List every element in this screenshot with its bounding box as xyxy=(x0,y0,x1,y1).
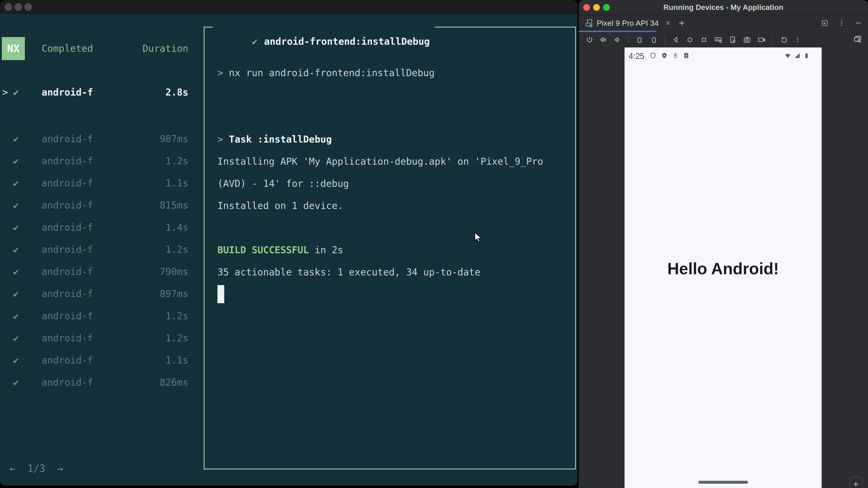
zoom-in-button[interactable]: + xyxy=(853,480,859,488)
task-name: android-f xyxy=(41,222,93,233)
vpn-shield-icon xyxy=(649,52,657,59)
device-view-area: 4:25 A Hello Android! + − 1:1 xyxy=(579,47,868,488)
overview-icon[interactable] xyxy=(700,36,708,44)
check-icon: ✔ xyxy=(13,156,19,166)
task-name: android-f xyxy=(41,156,93,166)
studio-titlebar: Running Devices - My Application xyxy=(579,0,868,15)
status-time: 4:25 xyxy=(629,52,645,61)
task-duration: 790ms xyxy=(160,266,188,277)
zoom-controls-panel: + − 1:1 xyxy=(849,477,862,488)
screenshot-icon[interactable] xyxy=(743,35,751,44)
home-icon[interactable] xyxy=(686,36,694,44)
task-row[interactable]: ✔ android-f 1.2s xyxy=(0,328,194,351)
task-duration: 826ms xyxy=(160,377,188,388)
check-icon: ✔ xyxy=(13,332,19,344)
device-settings-icon[interactable] xyxy=(728,35,737,44)
screen-search-icon[interactable] xyxy=(853,35,862,44)
toolbar-divider xyxy=(773,35,773,44)
output-line: Installing APK 'My Application-debug.apk… xyxy=(217,151,563,173)
more-vertical-icon[interactable] xyxy=(838,19,845,27)
task-row[interactable]: ✔ android-f 1.2s xyxy=(0,306,194,328)
task-row[interactable]: ✔ android-f 897ms xyxy=(0,284,194,306)
screen-record-icon[interactable] xyxy=(757,35,766,44)
task-row[interactable]: ✔ android-f 790ms xyxy=(0,262,194,284)
keyboard-icon[interactable] xyxy=(714,35,722,44)
task-duration: 897ms xyxy=(160,288,188,299)
command-line: > nx run android-frontend:installDebug xyxy=(217,62,563,84)
task-heading-line: > Task :installDebug xyxy=(217,128,563,151)
task-row[interactable]: ✔ android-f 1.2s xyxy=(0,151,194,173)
navigation-handle[interactable] xyxy=(698,481,748,484)
minimize-icon[interactable] xyxy=(855,19,862,27)
output-line: (AVD) - 14' for ::debug xyxy=(217,173,563,195)
task-name: android-f xyxy=(41,133,93,144)
check-icon: ✔ xyxy=(13,87,19,98)
phone-mirror-icon xyxy=(585,19,594,28)
task-duration: 1.2s xyxy=(165,311,188,322)
power-icon[interactable] xyxy=(585,36,594,44)
prev-page-arrow[interactable]: ← xyxy=(9,463,16,474)
task-duration: 1.2s xyxy=(165,244,188,255)
summary-line: 35 actionable tasks: 1 executed, 34 up-t… xyxy=(217,261,563,283)
duration-column-header: Duration xyxy=(143,43,188,54)
mouse-cursor xyxy=(473,231,484,244)
build-status-line: BUILD SUCCESSFUL in 2s xyxy=(217,239,563,261)
volume-up-icon[interactable] xyxy=(599,36,608,44)
check-icon: ✔ xyxy=(13,133,19,144)
tab-pixel-9-pro[interactable]: Pixel 9 Pro API 34 ✕ + xyxy=(579,15,685,31)
tab-label: Pixel 9 Pro API 34 xyxy=(597,19,659,28)
task-row[interactable]: ✔ android-f 826ms xyxy=(0,373,194,395)
task-duration: 1.1s xyxy=(165,355,188,366)
task-name: android-f xyxy=(41,266,93,277)
selected-task-duration: 2.8s xyxy=(165,87,188,98)
device-tab-bar: Pixel 9 Pro API 34 ✕ + xyxy=(579,15,868,32)
minimize-window-icon[interactable] xyxy=(14,3,22,11)
selected-task-row[interactable]: > ✔ android-f 2.8s xyxy=(0,87,194,100)
output-title: ✔android-frontend:installDebug xyxy=(213,20,435,34)
completed-column-header: Completed xyxy=(41,43,93,54)
check-icon: ✔ xyxy=(13,377,19,388)
task-duration: 1.4s xyxy=(165,222,188,233)
device-toolbar xyxy=(579,32,868,47)
more-vertical-icon[interactable] xyxy=(794,36,802,43)
task-row[interactable]: ✔ android-f 1.1s xyxy=(0,173,194,196)
task-row[interactable]: ✔ android-f 987ms xyxy=(0,129,194,151)
close-tab-icon[interactable]: ✕ xyxy=(665,19,671,27)
selected-task-name: android-f xyxy=(41,87,93,98)
next-page-arrow[interactable]: → xyxy=(57,463,63,474)
add-tab-icon[interactable]: + xyxy=(679,18,685,29)
volume-down-icon[interactable] xyxy=(614,36,622,44)
terminal-titlebar xyxy=(0,0,578,14)
task-name: android-f xyxy=(41,288,93,299)
back-icon[interactable] xyxy=(672,36,680,44)
toolbar-divider xyxy=(628,35,629,44)
wifi-icon xyxy=(784,52,792,59)
task-duration: 1.1s xyxy=(165,177,188,189)
task-row[interactable]: ✔ android-f 815ms xyxy=(0,196,194,218)
rotate-right-icon[interactable] xyxy=(650,36,658,44)
play-protect-icon xyxy=(661,52,668,59)
task-row[interactable]: ✔ android-f 1.4s xyxy=(0,218,194,240)
task-output-panel: ✔android-frontend:installDebug > nx run … xyxy=(204,27,576,469)
svg-text:A: A xyxy=(685,54,687,57)
terminal-cursor xyxy=(217,285,224,303)
task-row[interactable]: ✔ android-f 1.1s xyxy=(0,351,194,373)
dock-window-icon[interactable] xyxy=(821,19,829,27)
check-icon: ✔ xyxy=(13,355,19,366)
check-icon: ✔ xyxy=(13,244,19,255)
selected-arrow-icon: > xyxy=(2,87,8,98)
close-window-icon[interactable] xyxy=(4,3,12,11)
page-indicator: 1/3 xyxy=(27,463,45,474)
check-icon: ✔ xyxy=(13,177,19,189)
task-row[interactable]: ✔ android-f 1.2s xyxy=(0,240,194,262)
device-screen[interactable]: 4:25 A Hello Android! xyxy=(625,47,822,488)
pagination: ← 1/3 → xyxy=(9,463,63,474)
check-icon: ✔ xyxy=(13,266,19,277)
task-duration: 987ms xyxy=(160,133,188,144)
rotate-left-icon[interactable] xyxy=(636,36,644,44)
task-name: android-f xyxy=(41,332,93,344)
output-line: Installed on 1 device. xyxy=(217,195,563,217)
reset-icon[interactable] xyxy=(780,36,788,44)
maximize-window-icon[interactable] xyxy=(24,3,32,11)
window-title: Running Devices - My Application xyxy=(579,3,868,12)
